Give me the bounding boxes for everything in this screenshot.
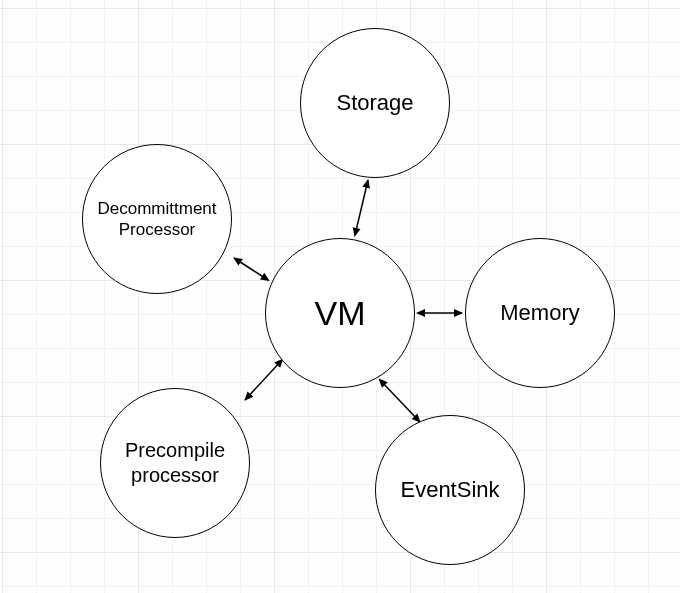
edge-vm-decommit [234, 258, 268, 280]
node-decommit[interactable]: Decommittment Processor [82, 144, 232, 294]
node-storage-label: Storage [336, 89, 413, 117]
node-precompile[interactable]: Precompile processor [100, 388, 250, 538]
node-storage[interactable]: Storage [300, 28, 450, 178]
edge-vm-storage [355, 180, 368, 235]
node-precompile-label-1: Precompile [125, 438, 225, 463]
node-precompile-label-2: processor [131, 463, 219, 488]
node-vm[interactable]: VM [265, 238, 415, 388]
diagram-canvas: VM Storage Decommittment Processor Memor… [0, 0, 680, 593]
node-memory-label: Memory [500, 299, 579, 327]
node-decommit-label-2: Processor [119, 219, 196, 240]
node-eventsink[interactable]: EventSink [375, 415, 525, 565]
node-eventsink-label: EventSink [400, 476, 499, 504]
node-decommit-label-1: Decommittment [97, 198, 216, 219]
edge-vm-eventsink [380, 380, 420, 422]
node-memory[interactable]: Memory [465, 238, 615, 388]
node-vm-label: VM [315, 292, 366, 335]
edge-vm-precompile [245, 360, 282, 400]
